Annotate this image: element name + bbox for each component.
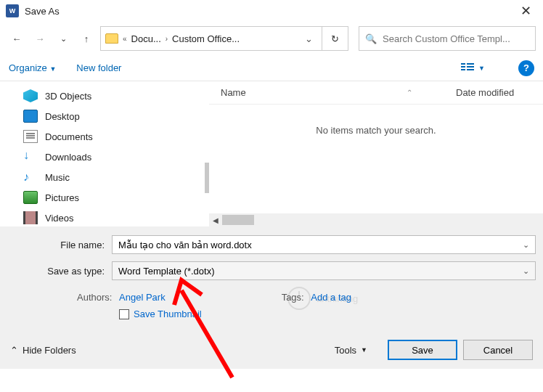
new-folder-button[interactable]: New folder: [76, 62, 121, 73]
cancel-button[interactable]: Cancel: [463, 340, 533, 360]
forward-button[interactable]: →: [30, 27, 49, 50]
scroll-left-icon[interactable]: ◀: [209, 216, 222, 224]
refresh-button[interactable]: ↻: [322, 26, 348, 51]
chevron-down-icon[interactable]: ⌄: [301, 33, 317, 44]
tags-value[interactable]: Add a tag: [311, 292, 351, 303]
footer: ⌃ Hide Folders Tools▼ Save Cancel: [0, 331, 543, 369]
navpane-item-3d-objects[interactable]: 3D Objects: [0, 86, 205, 106]
close-icon[interactable]: ✕: [515, 0, 537, 22]
window-title: Save As: [25, 6, 515, 17]
chevron-down-icon[interactable]: ⌄: [523, 240, 529, 250]
tools-menu[interactable]: Tools▼: [335, 345, 367, 356]
up-button[interactable]: ↑: [77, 27, 96, 50]
folder-icon: [105, 33, 118, 44]
metadata-row: Authors: Angel Park Tags: Add a tag: [7, 286, 536, 309]
authors-value[interactable]: Angel Park: [119, 292, 166, 303]
tags-label: Tags:: [282, 292, 304, 303]
column-date-modified[interactable]: Date modified: [456, 87, 543, 98]
word-icon: W: [6, 4, 19, 17]
titlebar: W Save As ✕: [0, 0, 543, 22]
organize-menu[interactable]: Organize ▼: [9, 62, 56, 73]
desktop-icon: [23, 110, 38, 123]
filename-input[interactable]: Mẫu tạo cho văn bản word.dotx⌄: [112, 235, 536, 254]
music-icon: [23, 171, 38, 184]
breadcrumb-seg[interactable]: Custom Office...: [172, 33, 240, 44]
breadcrumb[interactable]: « Docu... › Custom Office... ⌄: [100, 26, 322, 51]
svg-rect-1: [461, 66, 465, 68]
address-bar-row: ← → ⌄ ↑ « Docu... › Custom Office... ⌄ ↻…: [0, 22, 543, 55]
chevron-right-icon: ›: [164, 35, 169, 43]
navigation-pane: 3D Objects Desktop Documents Downloads M…: [0, 81, 205, 226]
navpane-item-downloads[interactable]: Downloads: [0, 147, 205, 167]
download-icon: [23, 150, 38, 163]
search-input[interactable]: [383, 33, 529, 44]
explorer-body: 3D Objects Desktop Documents Downloads M…: [0, 81, 543, 226]
svg-rect-0: [461, 63, 465, 65]
navpane-item-videos[interactable]: Videos: [0, 208, 205, 226]
save-thumbnail-checkbox[interactable]: [119, 309, 129, 319]
search-icon: 🔍: [365, 33, 377, 44]
column-headers: Name ⌃ Date modified: [209, 81, 543, 105]
navpane-item-music[interactable]: Music: [0, 167, 205, 187]
save-button[interactable]: Save: [388, 340, 457, 360]
svg-rect-5: [467, 69, 474, 70]
chevron-left-icon: «: [121, 35, 128, 43]
svg-rect-4: [467, 66, 474, 68]
svg-rect-2: [461, 69, 465, 70]
cube-icon: [23, 89, 38, 102]
svg-rect-3: [467, 63, 474, 65]
view-options-button[interactable]: ▼: [461, 63, 485, 73]
save-thumbnail-row: Save Thumbnail: [119, 309, 536, 331]
breadcrumb-seg[interactable]: Docu...: [131, 33, 161, 44]
navpane-item-desktop[interactable]: Desktop: [0, 106, 205, 126]
save-fields-area: File name: Mẫu tạo cho văn bản word.dotx…: [0, 226, 543, 331]
column-name[interactable]: Name ⌃: [209, 87, 456, 98]
chevron-down-icon[interactable]: ⌄: [523, 266, 529, 276]
filename-label: File name:: [7, 240, 112, 250]
authors-label: Authors:: [77, 292, 112, 303]
chevron-up-icon: ⌃: [10, 345, 18, 356]
toolbar: Organize ▼ New folder ▼ ?: [0, 55, 543, 81]
horizontal-scrollbar[interactable]: ◀: [209, 213, 543, 226]
pictures-icon: [23, 191, 38, 204]
save-as-type-label: Save as type:: [7, 266, 112, 277]
search-box[interactable]: 🔍: [359, 26, 536, 51]
save-as-type-combo[interactable]: Word Template (*.dotx)⌄: [112, 261, 536, 280]
empty-message: No items match your search.: [209, 125, 543, 136]
hide-folders-button[interactable]: ⌃ Hide Folders: [10, 345, 76, 356]
scroll-thumb[interactable]: [222, 215, 254, 225]
navpane-item-documents[interactable]: Documents: [0, 126, 205, 147]
document-icon: [23, 130, 38, 143]
save-thumbnail-label[interactable]: Save Thumbnail: [134, 309, 202, 319]
navpane-item-pictures[interactable]: Pictures: [0, 187, 205, 208]
file-list-pane: Name ⌃ Date modified No items match your…: [209, 81, 543, 226]
videos-icon: [23, 211, 38, 224]
back-button[interactable]: ←: [7, 27, 26, 50]
recent-dropdown-icon[interactable]: ⌄: [54, 27, 73, 50]
help-icon[interactable]: ?: [518, 60, 534, 76]
sort-indicator-icon: ⌃: [407, 89, 412, 97]
